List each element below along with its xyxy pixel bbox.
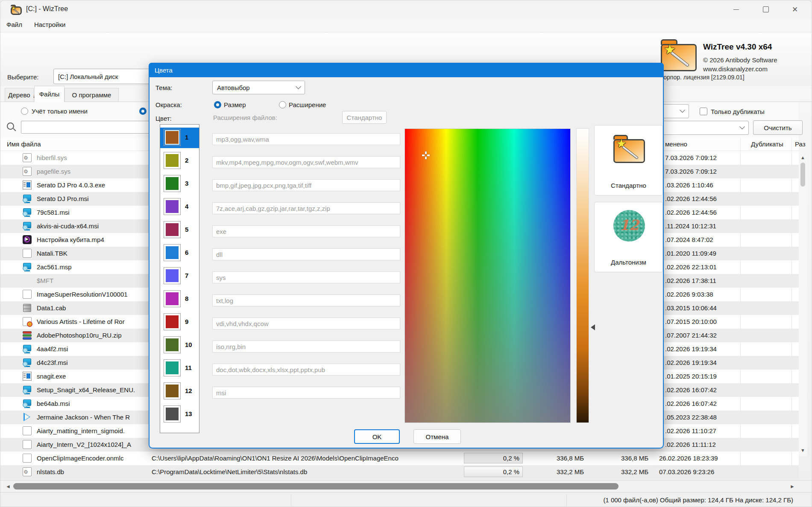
menu-item-file[interactable]: Файл: [0, 18, 28, 31]
size-radio[interactable]: [214, 101, 221, 108]
column-header-size[interactable]: Раз: [795, 140, 806, 148]
color-list-item[interactable]: 9: [160, 312, 199, 332]
extension-field-10[interactable]: [212, 341, 400, 353]
duplicates-only-checkbox[interactable]: [700, 108, 707, 115]
color-list-item[interactable]: 4: [160, 197, 199, 217]
msi-disc-icon: [23, 358, 32, 367]
extension-field-1[interactable]: [212, 133, 400, 145]
table-row[interactable]: ⚙nlstats.dbC:\ProgramData\Locktime\NetLi…: [0, 465, 799, 479]
about-website[interactable]: www.diskanalyzer.com: [703, 65, 768, 73]
colorblind-theme-card[interactable]: 12 Дальтонизм: [594, 202, 663, 272]
brightness-slider-marker[interactable]: [591, 324, 595, 330]
scroll-down-icon[interactable]: ▼: [800, 448, 805, 453]
color-list-item[interactable]: 7: [160, 266, 199, 286]
color-list-item[interactable]: 11: [160, 358, 199, 379]
status-summary: (1 000 файл(-а,ов) Общий размер: 124,4 Г…: [603, 496, 793, 504]
brightness-slider[interactable]: [576, 128, 589, 423]
vertical-scrollbar[interactable]: ▲ ▼: [799, 153, 807, 456]
extension-field-5[interactable]: [212, 225, 400, 237]
vertical-scroll-thumb[interactable]: [800, 163, 805, 186]
color-number: 8: [185, 295, 188, 302]
ok-button[interactable]: OK: [354, 429, 400, 444]
color-list-item[interactable]: 10: [160, 335, 199, 355]
menu-item-settings[interactable]: Настройки: [28, 18, 72, 31]
tab-о-программе[interactable]: О программе: [64, 88, 119, 102]
extension-field-6[interactable]: [212, 248, 400, 260]
name-only-label: Учёт только имени: [32, 108, 88, 115]
extensions-label: Расширения файлов:: [213, 114, 277, 121]
theme-combobox[interactable]: Автовыбор: [212, 81, 305, 94]
extension-field-11[interactable]: [212, 364, 400, 376]
file-modified-date: .11.2024 10:12:31: [665, 222, 716, 230]
horizontal-scroll-thumb[interactable]: [13, 483, 619, 490]
zip-icon: [23, 331, 32, 340]
tab-дерево[interactable]: Дерево: [5, 88, 34, 102]
tab-файлы[interactable]: Файлы: [34, 86, 64, 102]
horizontal-scrollbar[interactable]: ◄ ►: [0, 480, 812, 492]
color-list-item[interactable]: 8: [160, 289, 199, 309]
file-modified-date: .02.2026 9:03:38: [665, 291, 713, 298]
drive-combobox-value: [C:] Локальный диск: [58, 73, 118, 80]
colors-dialog: Цвета Тема: Автовыбор Окраска: Размер Ра…: [149, 63, 664, 449]
scroll-right-icon[interactable]: ►: [790, 484, 795, 490]
file-name: be64ab.msi: [37, 400, 70, 407]
color-list-item[interactable]: 2: [160, 151, 199, 171]
scroll-left-icon[interactable]: ◄: [6, 484, 11, 490]
color-list-item[interactable]: 5: [160, 220, 199, 240]
extension-field-2[interactable]: [212, 156, 400, 168]
column-header-duplicates[interactable]: Дубликаты: [751, 140, 783, 148]
color-swatch: [164, 290, 181, 307]
extension-field-9[interactable]: [212, 318, 400, 329]
color-number: 5: [185, 226, 188, 233]
gradient-crosshair[interactable]: [422, 152, 430, 159]
color-swatch: [164, 405, 181, 422]
extension-field-7[interactable]: [212, 271, 400, 283]
file-modified-date: 07.03.2026 9:23:26: [659, 468, 714, 475]
clear-button[interactable]: Очистить: [753, 120, 803, 135]
file-modified-date: .02.2026 11:11:12: [665, 441, 716, 448]
play-icon: [23, 413, 32, 422]
colorblind-ishihara-icon: 12: [613, 210, 645, 242]
gear-doc-icon: ⚙: [23, 467, 32, 476]
theme-combobox-value: Автовыбор: [217, 84, 250, 91]
name-only-radio[interactable]: [21, 108, 28, 115]
search-input[interactable]: [21, 121, 149, 134]
file-percent: 0,2 %: [464, 466, 523, 477]
color-list-item[interactable]: 1: [160, 128, 199, 148]
extension-radio[interactable]: [279, 101, 286, 108]
file-name: AdobePhotoshop10ru_RU.zip: [37, 332, 121, 339]
file-modified-date: .07.2015 20:10:00: [665, 318, 717, 325]
coloring-label: Окраска:: [155, 101, 182, 108]
gear-doc-icon: ⚙: [23, 167, 32, 176]
size-radio-label: Размер: [224, 101, 246, 108]
default-extensions-button[interactable]: Стандартно: [342, 111, 387, 124]
standard-theme-card[interactable]: ★ Стандартно: [594, 125, 663, 195]
menu-bar: ФайлНастройки: [0, 18, 812, 32]
chevron-down-icon: [680, 107, 685, 113]
extension-field-3[interactable]: [212, 179, 400, 191]
extension-field-12[interactable]: [212, 387, 400, 399]
color-gradient-picker[interactable]: [405, 128, 571, 423]
file-allocated: 336,8 МБ: [595, 455, 648, 462]
maximize-button[interactable]: [753, 0, 778, 18]
table-row[interactable]: OpenClipImageEncoder.onmlcC:\Users\lipi\…: [0, 452, 799, 465]
color-list-item[interactable]: 13: [160, 404, 199, 425]
column-header-name[interactable]: Имя файла: [7, 140, 41, 148]
close-button[interactable]: ✕: [783, 0, 807, 18]
column-header-modified[interactable]: менено: [665, 140, 687, 148]
app-window: ★ [C:] - WizTree ✕ ФайлНастройки Выберит…: [0, 0, 812, 507]
doc-icon: [23, 454, 32, 463]
msi-disc-icon: [23, 221, 32, 230]
dialog-title-bar[interactable]: Цвета: [149, 63, 664, 77]
color-swatch: [164, 221, 181, 238]
color-list-item[interactable]: 3: [160, 174, 199, 194]
color-swatch: [164, 382, 181, 399]
extension-field-8[interactable]: [212, 294, 400, 306]
cancel-button[interactable]: Отмена: [413, 429, 461, 444]
extension-field-4[interactable]: [212, 202, 400, 214]
second-radio[interactable]: [139, 108, 147, 115]
color-list-item[interactable]: 12: [160, 381, 199, 402]
scroll-up-icon[interactable]: ▲: [800, 155, 805, 160]
color-list-item[interactable]: 6: [160, 243, 199, 263]
minimize-button[interactable]: [724, 0, 748, 18]
